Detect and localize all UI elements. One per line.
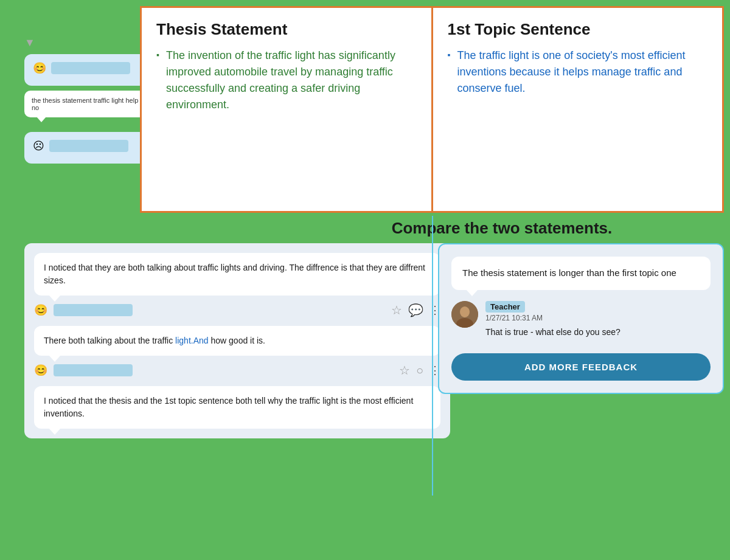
response-bubble-2: There both talking about the traffic lig… — [34, 326, 440, 356]
emoji-student-2: 😊 — [34, 364, 47, 377]
response-text-2-post: how good it is. — [209, 336, 265, 345]
response-bubble-3: I noticed that the thesis and the 1st to… — [34, 386, 440, 429]
teacher-timestamp: 1/27/21 10:31 AM — [485, 314, 711, 322]
student-card-bottom: ☹ — [24, 132, 158, 164]
thesis-title: Thesis Statement — [156, 20, 417, 39]
feedback-student-bubble: The thesis statement is longer than the … — [451, 257, 711, 290]
star-icon-1[interactable]: ☆ — [391, 303, 402, 317]
left-panel: ▼ 😊 the thesis statement traffic light h… — [24, 36, 158, 168]
main-panel: I noticed that they are both talking abo… — [24, 243, 450, 438]
top-section: Thesis Statement The invention of the tr… — [140, 6, 724, 213]
response-text-1: I noticed that they are both talking abo… — [44, 263, 425, 285]
student-name-bar-2 — [54, 364, 133, 376]
topic-box: 1st Topic Sentence The traffic light is … — [433, 6, 725, 213]
teacher-row: Teacher 1/27/21 10:31 AM That is true - … — [451, 301, 711, 339]
comment-icon-2[interactable]: ○ — [416, 364, 423, 378]
emoji-sad-bottom: ☹ — [33, 139, 44, 153]
response-text-2-highlight: light.And — [175, 336, 208, 345]
svg-point-3 — [461, 308, 469, 316]
left-speech-bubble: the thesis statement traffic light help … — [24, 91, 158, 117]
student-name-bar-1 — [54, 304, 133, 316]
student-row-1: 😊 ☆ 💬 ⋮ — [34, 303, 440, 317]
response-bubble-1: I noticed that they are both talking abo… — [34, 253, 440, 296]
teacher-name-badge: Teacher — [485, 301, 525, 313]
emoji-row-bottom: ☹ — [33, 139, 150, 153]
response-text-3: I noticed that the thesis and the 1st to… — [44, 396, 413, 418]
emoji-row-top: 😊 — [33, 61, 150, 75]
response-text-2-pre: There both talking about the traffic — [44, 336, 175, 345]
name-bar-bottom — [49, 140, 128, 152]
thesis-box: Thesis Statement The invention of the tr… — [140, 6, 433, 213]
left-card-text: the thesis statement traffic light help … — [32, 97, 146, 111]
teacher-message: That is true - what else do you see? — [485, 326, 711, 339]
feedback-panel: The thesis statement is longer than the … — [438, 243, 724, 394]
comment-icon-1[interactable]: 💬 — [408, 303, 423, 317]
emoji-student-1: 😊 — [34, 303, 47, 317]
feedback-student-text: The thesis statement is longer than the … — [462, 268, 676, 278]
compare-label: Compare the two statements. — [280, 219, 724, 238]
name-bar-top — [51, 62, 130, 74]
add-feedback-button[interactable]: ADD MORE FEEDBACK — [451, 353, 711, 381]
topic-title: 1st Topic Sentence — [448, 20, 708, 39]
thesis-bullet: The invention of the traffic light has s… — [156, 47, 417, 113]
student-card-top: 😊 — [24, 54, 158, 86]
topic-bullet: The traffic light is one of society's mo… — [448, 47, 708, 97]
star-icon-2[interactable]: ☆ — [399, 363, 410, 378]
emoji-neutral-top: 😊 — [33, 61, 46, 75]
student-row-2: 😊 ☆ ○ ⋮ — [34, 363, 440, 378]
teacher-info: Teacher 1/27/21 10:31 AM That is true - … — [485, 301, 711, 339]
teacher-avatar — [451, 301, 478, 328]
vertical-divider — [432, 216, 433, 496]
